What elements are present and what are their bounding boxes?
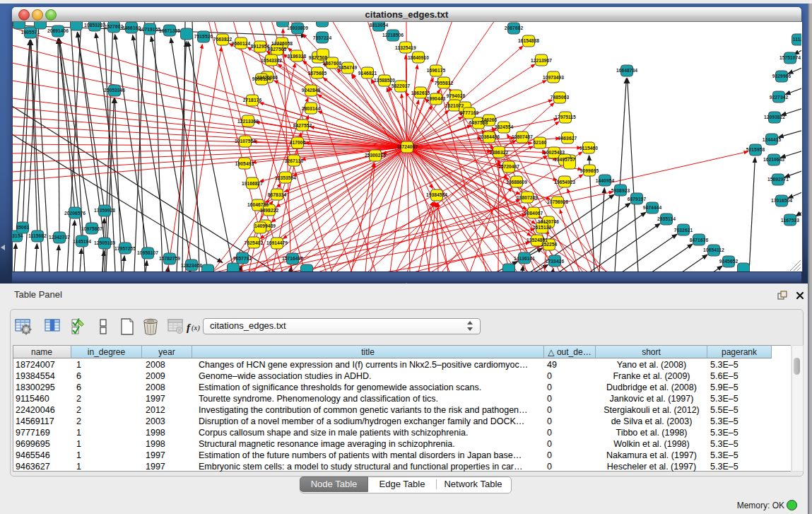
svg-text:8678334: 8678334 xyxy=(268,192,287,197)
svg-text:25300275: 25300275 xyxy=(365,153,386,158)
svg-text:8427552: 8427552 xyxy=(293,123,312,128)
svg-text:1405571: 1405571 xyxy=(21,30,40,35)
svg-text:9329966: 9329966 xyxy=(772,74,792,78)
svg-text:9245652: 9245652 xyxy=(719,259,739,264)
svg-text:7485063: 7485063 xyxy=(551,95,570,100)
svg-text:19654923: 19654923 xyxy=(554,180,575,185)
svg-text:20691406: 20691406 xyxy=(47,28,69,33)
svg-text:15716485: 15716485 xyxy=(282,256,303,261)
svg-text:6879197: 6879197 xyxy=(628,197,647,201)
svg-text:9327508: 9327508 xyxy=(309,55,328,60)
svg-text:13495757: 13495757 xyxy=(554,157,575,162)
svg-text:(x): (x) xyxy=(192,324,200,332)
svg-text:f: f xyxy=(187,322,192,333)
svg-text:1621072: 1621072 xyxy=(445,103,464,108)
svg-text:9327505: 9327505 xyxy=(268,47,287,52)
svg-text:417006: 417006 xyxy=(290,140,306,145)
svg-text:18640910: 18640910 xyxy=(408,55,429,60)
svg-text:10654112: 10654112 xyxy=(703,247,724,252)
svg-text:10807487: 10807487 xyxy=(512,134,533,139)
svg-text:9474444: 9474444 xyxy=(643,205,662,210)
svg-text:16914479: 16914479 xyxy=(266,240,288,245)
svg-text:10025433: 10025433 xyxy=(543,150,565,155)
svg-text:1362615: 1362615 xyxy=(411,90,430,95)
svg-text:12342737: 12342737 xyxy=(49,235,70,240)
svg-text:5938923: 5938923 xyxy=(611,188,630,193)
svg-text:62160: 62160 xyxy=(534,140,547,145)
svg-text:9099695: 9099695 xyxy=(580,168,599,173)
svg-text:11325419: 11325419 xyxy=(395,45,416,50)
svg-text:13588520: 13588520 xyxy=(374,78,395,83)
svg-text:7625402: 7625402 xyxy=(245,240,264,245)
svg-text:1527602: 1527602 xyxy=(105,24,124,29)
svg-text:12213967: 12213967 xyxy=(531,58,552,63)
svg-text:9146821: 9146821 xyxy=(358,71,377,76)
svg-text:16543382: 16543382 xyxy=(261,58,282,63)
svg-text:1990443: 1990443 xyxy=(427,96,446,101)
svg-text:7357224: 7357224 xyxy=(313,35,332,40)
svg-text:26053346: 26053346 xyxy=(104,88,125,93)
svg-text:10975867: 10975867 xyxy=(81,226,102,231)
svg-text:8454749: 8454749 xyxy=(339,65,358,70)
svg-text:18807249: 18807249 xyxy=(517,195,538,200)
svg-text:3675685: 3675685 xyxy=(308,71,327,76)
svg-text:10719155: 10719155 xyxy=(139,27,160,32)
svg-text:1696175: 1696175 xyxy=(427,68,446,73)
svg-text:1244415: 1244415 xyxy=(763,137,782,142)
svg-text:1440954: 1440954 xyxy=(596,178,615,183)
svg-text:10973493: 10973493 xyxy=(543,75,564,80)
svg-text:1115682: 1115682 xyxy=(28,233,47,238)
svg-text:15720407: 15720407 xyxy=(498,164,519,169)
svg-text:9660124: 9660124 xyxy=(232,41,251,46)
svg-text:6466160: 6466160 xyxy=(122,25,141,30)
svg-text:8471676: 8471676 xyxy=(690,238,709,243)
svg-text:3267130: 3267130 xyxy=(285,158,304,163)
svg-text:16782759: 16782759 xyxy=(159,256,180,261)
svg-text:1145194: 1145194 xyxy=(73,239,91,244)
svg-text:9794028: 9794028 xyxy=(447,93,466,98)
svg-text:17359928: 17359928 xyxy=(94,208,115,213)
svg-text:20206576: 20206576 xyxy=(64,211,86,216)
svg-text:8186328: 8186328 xyxy=(288,54,307,59)
svg-text:7515526: 7515526 xyxy=(194,34,213,39)
svg-text:20364436: 20364436 xyxy=(478,134,500,139)
svg-text:2935114: 2935114 xyxy=(657,216,676,221)
svg-text:10853287: 10853287 xyxy=(84,23,105,28)
svg-text:16210643: 16210643 xyxy=(763,157,784,162)
svg-text:1905493: 1905493 xyxy=(235,161,254,166)
svg-text:12353594: 12353594 xyxy=(275,175,296,180)
svg-text:9657791: 9657791 xyxy=(233,256,252,261)
svg-text:1167533: 1167533 xyxy=(781,218,799,223)
svg-text:8813054: 8813054 xyxy=(370,23,389,28)
svg-text:14136141: 14136141 xyxy=(514,256,535,261)
svg-text:12226058: 12226058 xyxy=(271,41,293,46)
svg-text:12218506: 12218506 xyxy=(382,33,404,37)
svg-text:85061: 85061 xyxy=(16,225,30,230)
svg-text:17975115: 17975115 xyxy=(555,115,576,119)
svg-text:5215958: 5215958 xyxy=(746,147,765,152)
svg-text:16046736: 16046736 xyxy=(247,202,269,207)
svg-text:10688609: 10688609 xyxy=(506,180,527,185)
svg-text:5822037: 5822037 xyxy=(392,83,411,88)
svg-text:9777169: 9777169 xyxy=(460,110,479,115)
svg-text:15692971: 15692971 xyxy=(767,177,789,182)
svg-text:10671355: 10671355 xyxy=(159,28,180,33)
svg-text:17016504: 17016504 xyxy=(771,198,792,203)
svg-text:16120746: 16120746 xyxy=(538,219,559,224)
svg-text:9896124: 9896124 xyxy=(252,76,271,81)
svg-text:10107554: 10107554 xyxy=(235,139,256,144)
svg-text:12505135: 12505135 xyxy=(94,240,115,245)
svg-text:9227342: 9227342 xyxy=(770,95,789,100)
svg-text:8912954: 8912954 xyxy=(251,44,270,49)
svg-text:9115460: 9115460 xyxy=(579,146,598,151)
svg-text:12823468: 12823468 xyxy=(181,263,202,268)
svg-text:12213369: 12213369 xyxy=(237,119,259,124)
svg-text:9242848: 9242848 xyxy=(302,88,321,93)
svg-text:2087682: 2087682 xyxy=(505,25,524,30)
svg-text:7955812: 7955812 xyxy=(435,81,454,86)
svg-text:12093822: 12093822 xyxy=(764,115,785,119)
svg-text:19166827: 19166827 xyxy=(242,181,263,186)
svg-text:93154: 93154 xyxy=(12,233,23,238)
svg-text:16648784: 16648784 xyxy=(616,68,637,73)
svg-text:7386322: 7386322 xyxy=(490,150,509,155)
